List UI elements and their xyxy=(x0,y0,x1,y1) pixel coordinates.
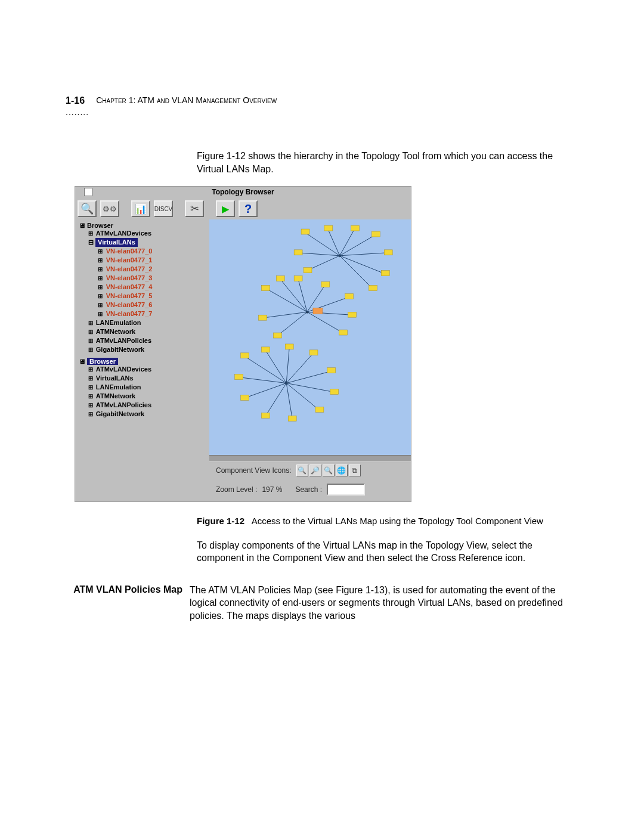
cv-zoomfit-icon[interactable]: 🔍 xyxy=(323,465,335,476)
svg-line-25 xyxy=(286,371,331,383)
svg-line-28 xyxy=(286,383,292,419)
svg-rect-34 xyxy=(351,225,360,231)
tree-item-vn-elan-6[interactable]: VN-elan0477_6 xyxy=(79,301,208,309)
cv-crossref-icon[interactable]: ⧉ xyxy=(349,465,361,476)
window-titlebar: Topology Browser xyxy=(75,187,411,198)
search-input[interactable] xyxy=(327,484,365,496)
svg-rect-52 xyxy=(261,347,270,352)
window-title: Topology Browser xyxy=(212,188,274,196)
section-heading: ATM VLAN Policies Map xyxy=(66,584,190,623)
svg-line-9 xyxy=(298,253,340,256)
svg-rect-61 xyxy=(235,374,243,380)
tree2-item-lanemulation[interactable]: LANEmulation xyxy=(79,383,208,392)
svg-rect-58 xyxy=(288,416,296,421)
zoom-label: Zoom Level : xyxy=(216,485,257,494)
section-body: The ATM VLAN Policies Map (see Figure 1-… xyxy=(190,584,572,623)
tree1-root[interactable]: Browser xyxy=(79,222,208,229)
tree2-item-atmvlanpolicies[interactable]: ATMvLANPolicies xyxy=(79,401,208,410)
component-view-icons: 🔍 🔎 🔍 🌐 ⧉ xyxy=(296,465,361,476)
figure-label: Figure 1-12 xyxy=(197,516,244,526)
chapter-title: Chapter 1: ATM and VLAN Management Overv… xyxy=(96,95,277,105)
zoom-value: 197 % xyxy=(262,485,282,494)
tree-pane[interactable]: Browser ATMvLANDevices VirtualLANs VN-el… xyxy=(75,219,209,455)
tree-item-vn-elan-3[interactable]: VN-elan0477_3 xyxy=(79,274,208,283)
tree-item-vn-elan-7[interactable]: VN-elan0477_7 xyxy=(79,309,208,318)
tree2-item-atmvlandevices[interactable]: ATMvLANDevices xyxy=(79,365,208,374)
tree-item-vn-elan-4[interactable]: VN-elan0477_4 xyxy=(79,283,208,292)
svg-line-6 xyxy=(340,256,385,274)
svg-line-12 xyxy=(280,280,307,312)
svg-rect-56 xyxy=(330,389,339,395)
tree-item-vn-elan-1[interactable]: VN-elan0477_1 xyxy=(79,256,208,265)
svg-rect-60 xyxy=(241,395,249,401)
svg-line-26 xyxy=(286,383,334,392)
tree2-item-atmnetwork[interactable]: ATMNetwork xyxy=(79,392,208,401)
component-view-icons-label: Component View Icons: xyxy=(216,466,292,475)
help-icon[interactable]: ? xyxy=(239,200,258,217)
header-dots: ........ xyxy=(66,107,89,117)
svg-line-11 xyxy=(265,289,307,312)
window-system-menu-icon[interactable] xyxy=(84,188,92,196)
svg-rect-36 xyxy=(384,250,392,255)
svg-rect-38 xyxy=(369,286,377,291)
horizontal-scrollbar[interactable] xyxy=(209,455,411,462)
topology-browser-window: Topology Browser 🔍 ⚙⚙ 📊 DISCV ✂ ▶ ? Brow… xyxy=(75,186,411,502)
svg-rect-51 xyxy=(241,353,249,358)
svg-rect-39 xyxy=(304,268,312,273)
svg-line-17 xyxy=(307,312,343,333)
discovery-icon[interactable]: DISCV xyxy=(154,200,173,217)
svg-line-5 xyxy=(340,253,388,256)
cv-zoom-icon[interactable]: 🔍 xyxy=(296,465,308,476)
toolbar: 🔍 ⚙⚙ 📊 DISCV ✂ ▶ ? xyxy=(75,198,411,219)
tree2-root[interactable]: Browser xyxy=(79,358,208,365)
svg-rect-37 xyxy=(381,271,389,276)
mid-paragraph: To display components of the Virtual LAN… xyxy=(197,539,572,565)
svg-rect-50 xyxy=(313,308,323,314)
tree-item-vn-elan-0[interactable]: VN-elan0477_0 xyxy=(79,247,208,256)
config-icon[interactable]: ⚙⚙ xyxy=(100,200,119,217)
tree-item-atmvlandevices[interactable]: ATMvLANDevices xyxy=(79,229,208,238)
svg-line-7 xyxy=(340,256,373,289)
svg-rect-46 xyxy=(348,312,357,317)
tree-item-vn-elan-2[interactable]: VN-elan0477_2 xyxy=(79,265,208,274)
tree-item-gigabitnetwork[interactable]: GigabitNetwork xyxy=(79,345,208,354)
status-area: Component View Icons: 🔍 🔎 🔍 🌐 ⧉ Zoom Lev… xyxy=(75,455,411,501)
svg-rect-41 xyxy=(261,286,270,291)
barchart-icon[interactable]: 📊 xyxy=(131,200,150,217)
tree-item-atmnetwork[interactable]: ATMNetwork xyxy=(79,327,208,336)
svg-rect-59 xyxy=(261,413,270,418)
svg-rect-44 xyxy=(321,282,330,287)
tree2-item-virtuallans[interactable]: VirtualLANs xyxy=(79,374,208,383)
search-label: Search : xyxy=(295,485,322,494)
svg-line-23 xyxy=(286,348,289,383)
svg-rect-33 xyxy=(324,225,333,231)
svg-line-22 xyxy=(265,351,286,383)
run-icon[interactable]: ▶ xyxy=(216,200,235,217)
svg-rect-32 xyxy=(301,229,309,234)
intro-paragraph: Figure 1-12 shows the hierarchy in the T… xyxy=(197,150,572,175)
svg-rect-48 xyxy=(273,333,281,338)
cv-zoomout-icon[interactable]: 🔎 xyxy=(309,465,321,476)
svg-line-31 xyxy=(239,377,287,383)
svg-rect-43 xyxy=(294,276,302,281)
figure-text: Access to the Virtual LANs Map using the… xyxy=(252,516,543,526)
svg-line-4 xyxy=(340,235,376,256)
topology-map-canvas[interactable] xyxy=(209,219,411,455)
svg-line-27 xyxy=(286,383,319,410)
magnify-icon[interactable]: 🔍 xyxy=(78,200,97,217)
svg-rect-49 xyxy=(259,315,267,320)
svg-line-29 xyxy=(265,383,286,416)
page-header: 1-16 ........ Chapter 1: ATM and VLAN Ma… xyxy=(66,95,572,117)
cut-icon[interactable]: ✂ xyxy=(185,200,204,217)
tree2-item-gigabitnetwork[interactable]: GigabitNetwork xyxy=(79,410,208,419)
svg-rect-42 xyxy=(276,276,284,281)
svg-line-13 xyxy=(298,280,307,312)
tree-item-lanemulation[interactable]: LANEmulation xyxy=(79,318,208,327)
tree-item-virtuallans[interactable]: VirtualLANs xyxy=(79,238,208,247)
tree-item-atmvlanpolicies[interactable]: ATMvLANPolicies xyxy=(79,336,208,345)
cv-globe-icon[interactable]: 🌐 xyxy=(336,465,348,476)
svg-line-30 xyxy=(245,383,287,398)
figure-caption: Figure 1-12 Access to the Virtual LANs M… xyxy=(197,515,572,527)
tree-item-vn-elan-5[interactable]: VN-elan0477_5 xyxy=(79,292,208,301)
svg-rect-57 xyxy=(315,407,324,412)
